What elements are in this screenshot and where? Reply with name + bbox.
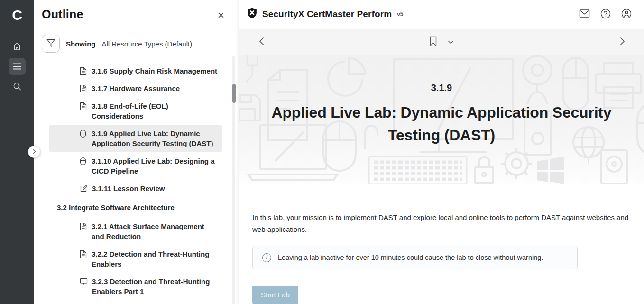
outline-toggle-button[interactable]	[9, 58, 26, 75]
outline-item-3-1-7[interactable]: 3.1.7 Hardware Assurance	[49, 80, 222, 97]
search-button[interactable]	[9, 78, 26, 95]
panel-expander-button[interactable]	[28, 146, 40, 158]
lesson-title: Applied Live Lab: Dynamic Application Se…	[252, 101, 631, 147]
next-lesson-button[interactable]	[620, 37, 625, 47]
search-icon	[13, 82, 22, 91]
windows-logo-icon	[537, 157, 564, 184]
outline-item-3-1-9-selected[interactable]: 3.1.9 Applied Live Lab: Dynamic Applicat…	[49, 125, 222, 152]
comptia-logo: C	[12, 6, 22, 25]
showing-label: Showing	[66, 40, 96, 48]
outline-item-3-1-10[interactable]: 3.1.10 Applied Live Lab: Designing a CIC…	[49, 152, 222, 180]
chevron-down-icon	[448, 38, 454, 46]
lesson-number: 3.1.9	[239, 83, 644, 93]
outline-item-label: 3.1.6 Supply Chain Risk Management	[92, 66, 217, 76]
bookmark-icon	[429, 36, 437, 48]
messages-button[interactable]	[579, 9, 590, 19]
document-icon	[80, 84, 87, 93]
bookmark-button[interactable]	[429, 36, 437, 48]
mouse-doodle-icon	[635, 101, 644, 157]
panel-main-divider	[236, 0, 239, 304]
outline-list: 3.1.6 Supply Chain Risk Management 3.1.7…	[34, 62, 236, 300]
mouse-icon	[80, 157, 87, 166]
padlock-icon	[473, 155, 495, 184]
previous-lesson-button[interactable]	[259, 37, 264, 47]
outline-item-label: 3.1.10 Applied Live Lab: Designing a CIC…	[92, 156, 218, 176]
outline-item-label: 3.1.11 Lesson Review	[92, 184, 165, 193]
outline-scrollbar-thumb[interactable]	[232, 84, 236, 103]
document-icon	[80, 67, 87, 75]
help-icon	[600, 9, 611, 20]
filter-funnel-icon	[46, 39, 55, 49]
mouse-icon	[80, 129, 87, 138]
lesson-body: In this lab, your mission is to implemen…	[239, 184, 644, 304]
document-icon	[80, 250, 87, 258]
shield-x-icon	[246, 7, 258, 21]
lab-description: In this lab, your mission is to implemen…	[252, 212, 636, 235]
outline-item-3-2-2[interactable]: 3.2.2 Detection and Threat-Hunting Enabl…	[49, 245, 222, 273]
outline-item-3-1-11[interactable]: 3.1.11 Lesson Review	[49, 180, 222, 197]
monitor-icon	[80, 277, 88, 286]
home-button[interactable]	[9, 38, 26, 55]
keyboard-icon	[368, 156, 468, 184]
lesson-toolbar	[239, 29, 644, 55]
pie-chart-icon	[324, 57, 366, 101]
menu-icon	[13, 63, 21, 70]
webcam-icon	[518, 55, 557, 106]
outline-item-label: 3.2.3 Detection and Threat-Hunting Enabl…	[92, 276, 218, 296]
outline-title: Outline	[42, 8, 83, 21]
chevron-left-icon	[259, 37, 264, 47]
outline-item-label: 3.2.1 Attack Surface Management and Redu…	[92, 221, 218, 241]
inactivity-warning-box: i Leaving a lab inactive for over 10 min…	[252, 246, 578, 269]
outline-item-label: 3.2.2 Detection and Threat-Hunting Enabl…	[92, 249, 218, 269]
home-icon	[12, 42, 22, 51]
outline-section-3-2: 3.2 Integrate Software Architecture	[49, 197, 222, 218]
main-content: SecurityX CertMaster Perform v5	[239, 0, 644, 304]
outline-item-label: 3.1.8 End-of-Life (EOL) Considerations	[92, 101, 218, 121]
hard-drive-icon	[599, 148, 629, 184]
app-window: C Outline ×	[0, 0, 644, 304]
outline-item-label: 3.1.7 Hardware Assurance	[92, 83, 180, 93]
outline-item-3-2-1[interactable]: 3.2.1 Attack Surface Management and Redu…	[49, 218, 222, 245]
chevron-right-icon	[620, 37, 625, 47]
info-icon: i	[262, 253, 271, 262]
account-icon	[621, 9, 632, 20]
close-outline-button[interactable]: ×	[218, 9, 224, 21]
lesson-hero-banner: 3.1.9 Applied Live Lab: Dynamic Applicat…	[239, 55, 644, 184]
filter-row: Showing All Resource Types (Default)	[42, 35, 236, 53]
outline-panel: Outline × Showing All Resource Types (De…	[34, 0, 236, 304]
app-header: SecurityX CertMaster Perform v5	[239, 0, 644, 29]
outline-item-label: 3.1.9 Applied Live Lab: Dynamic Applicat…	[92, 129, 218, 148]
inactivity-warning-text: Leaving a lab inactive for over 10 minut…	[278, 254, 543, 261]
app-title: SecurityX CertMaster Perform	[262, 9, 392, 19]
outline-item-3-1-8[interactable]: 3.1.8 End-of-Life (EOL) Considerations	[49, 97, 222, 125]
brand: SecurityX CertMaster Perform v5	[246, 7, 403, 21]
account-button[interactable]	[621, 9, 632, 20]
help-button[interactable]	[600, 9, 611, 20]
filter-button[interactable]	[42, 35, 60, 53]
outline-item-3-1-6[interactable]: 3.1.6 Supply Chain Risk Management	[49, 62, 222, 80]
bookmark-menu-button[interactable]	[448, 38, 454, 46]
usb-cable-icon	[241, 55, 263, 86]
outline-header: Outline ×	[34, 0, 236, 21]
bookmark-group	[429, 36, 454, 48]
filter-value: All Resource Types (Default)	[102, 40, 193, 48]
mail-icon	[579, 9, 590, 19]
document-icon	[80, 102, 87, 111]
chevron-right-icon	[32, 148, 37, 156]
outline-item-3-2-3[interactable]: 3.2.3 Detection and Threat-Hunting Enabl…	[49, 273, 222, 300]
document-icon	[80, 222, 87, 231]
version-badge: v5	[397, 11, 403, 18]
edit-icon	[80, 184, 88, 193]
start-lab-button[interactable]: Start Lab	[252, 286, 298, 304]
